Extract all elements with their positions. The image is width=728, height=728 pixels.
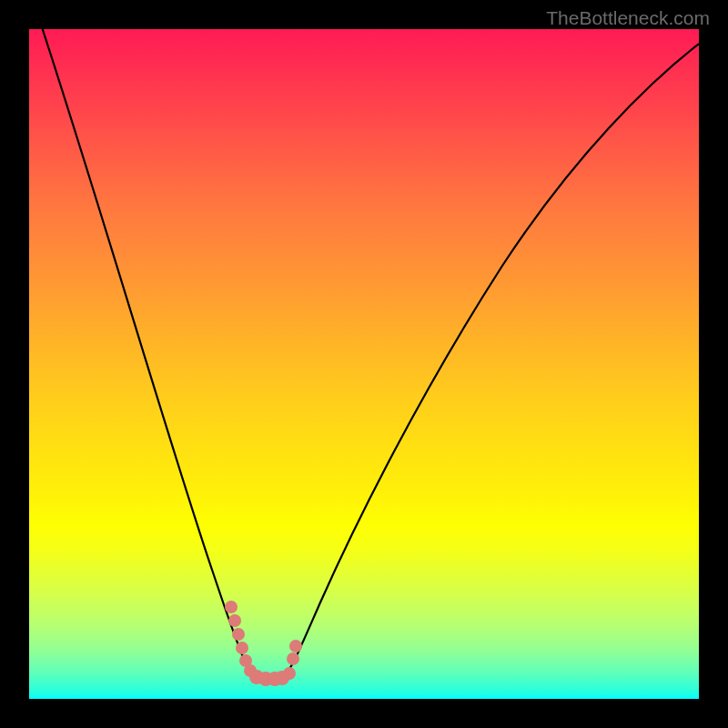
svg-point-12 [289,640,302,652]
marker-dots [225,601,302,686]
svg-point-10 [283,667,296,680]
svg-point-11 [287,652,299,665]
plot-area [29,29,699,699]
watermark-text: TheBottleneck.com [546,7,710,29]
svg-point-0 [225,601,238,613]
curve-layer [29,29,699,699]
svg-point-1 [228,614,241,627]
svg-point-3 [236,642,248,654]
chart-outer: TheBottleneck.com [0,0,728,728]
bottleneck-curve-path [43,29,699,682]
svg-point-2 [232,628,245,641]
